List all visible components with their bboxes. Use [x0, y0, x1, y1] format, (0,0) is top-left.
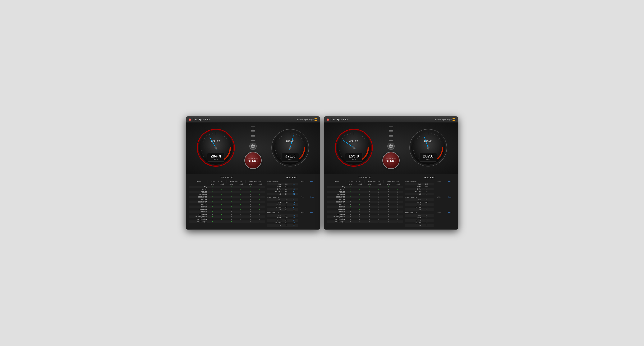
how-fast-read-value [431, 222, 434, 224]
check-cell: ✓ [255, 208, 265, 210]
title-bar: Disk Speed TestBlackmagicdesign [324, 117, 458, 123]
how-fast-write-value: 209 [282, 201, 290, 203]
check-cell: ✗ [374, 203, 384, 205]
how-fast-format-label: HD 720 [266, 188, 282, 190]
how-fast-row: 2K1520 [266, 224, 317, 227]
will-it-work-title: Will it Work? [327, 176, 403, 179]
check-cell: ✗ [364, 195, 374, 198]
check-cell: ✓ [226, 188, 236, 191]
check-cell: ✗ [346, 215, 355, 218]
how-fast-row: PAL117156 [266, 214, 317, 217]
col-group-header: 10 Bit YUV 4:2:2 [208, 180, 226, 183]
check-cell: ✗ [384, 188, 393, 191]
speed-test-label: SPEED TEST [248, 158, 258, 160]
col-group-header: 10 Bit RGB 4:4:4 [364, 180, 384, 183]
gear-icon[interactable] [387, 143, 395, 150]
how-fast-section-header: 12 Bit RGB 4:4:4WriteRead [266, 211, 317, 214]
check-cell: ✗ [355, 220, 364, 223]
gear-icon[interactable] [249, 143, 257, 150]
format-label: 1080p50 [189, 210, 208, 213]
how-fast-read-value: 158 [290, 188, 298, 190]
write-display: 284.4MB/s [207, 153, 224, 162]
format-label: 720p59.94 [189, 193, 208, 195]
check-cell: ✓ [208, 188, 217, 191]
gauges-section: WRITE284.4MB/s SPEED TESTSTARTREAD371.3M… [186, 123, 320, 174]
check-cell: ✗ [384, 213, 393, 215]
check-cell: ✗ [374, 195, 384, 198]
col-subheader: Read [217, 183, 226, 186]
how-fast-row: HD 7205370 [266, 219, 317, 222]
how-fast-row: 2K2330 [266, 208, 317, 211]
check-cell: ✗ [384, 215, 393, 218]
check-cell: ✓ [255, 193, 265, 195]
check-cell: ✓ [246, 186, 255, 188]
close-button[interactable] [189, 119, 191, 121]
check-cell: ✗ [364, 198, 374, 200]
check-cell: ✗ [393, 208, 403, 210]
col-group-header: 12 Bit RGB 4:4:4 [384, 180, 403, 183]
how-fast-section: How Fast?10 Bit YUV 4:2:2WriteReadPAL146… [404, 176, 455, 227]
window-left: Disk Speed TestBlackmagicdesignWRITE284.… [186, 116, 320, 230]
check-cell: ✓ [355, 191, 364, 193]
check-cell: ✗ [364, 215, 374, 218]
start-button[interactable]: SPEED TESTSTART [382, 152, 400, 169]
table-row: 1080p59.94✗✓✗✗✗✗ [189, 213, 265, 215]
how-fast-row: PAL176234 [266, 198, 317, 201]
check-cell: ✓ [236, 191, 246, 193]
how-fast-row: 2K3445 [266, 193, 317, 195]
format-label: 2K 1556@23.98 [327, 215, 346, 218]
check-cell: ✗ [384, 198, 393, 200]
check-cell: ✓ [393, 188, 403, 191]
how-fast-read-value: 278 [290, 201, 298, 203]
format-header: Format [189, 180, 208, 183]
write-col-header: Write [434, 211, 444, 214]
how-fast-row: 2K12 [404, 208, 455, 211]
check-cell: ✓ [208, 205, 217, 208]
check-cell: ✓ [236, 198, 246, 200]
window-title: Disk Speed Test [192, 118, 212, 121]
col-subheader: Read [355, 183, 364, 186]
check-cell: ✗ [208, 213, 217, 215]
how-fast-write-value: 53 [282, 219, 290, 222]
settings-square[interactable] [251, 132, 255, 136]
check-cell: ✗ [355, 218, 364, 220]
check-cell: ✗ [364, 200, 374, 203]
check-cell: ✗ [346, 220, 355, 223]
check-cell: ✓ [236, 186, 246, 188]
settings-square[interactable] [251, 137, 255, 141]
check-cell: ✓ [217, 213, 226, 215]
check-cell: ✓ [208, 208, 217, 210]
how-fast-write-value: 12 [422, 208, 431, 211]
check-cell: ✓ [255, 198, 265, 200]
format-header: Format [327, 180, 346, 183]
check-cell: ✓ [346, 195, 355, 198]
how-fast-format-label: PAL [266, 183, 282, 185]
how-fast-section-header: 10 Bit RGB 4:4:4WriteRead [266, 195, 317, 199]
check-cell: ✓ [217, 210, 226, 213]
how-fast-format-label: 2K [404, 208, 422, 211]
col-subheader: Write [246, 183, 255, 186]
how-fast-write-value: 77 [422, 217, 431, 219]
table-row: 1080p50✓✓✗✗✗✗ [189, 210, 265, 213]
close-button[interactable] [327, 119, 329, 121]
check-cell: ✗ [236, 218, 246, 220]
check-cell: ✗ [384, 208, 393, 210]
how-fast-row: HD 108029 [404, 190, 455, 193]
how-fast-write-value: 79 [282, 203, 290, 206]
check-cell: ✗ [374, 200, 384, 203]
format-label: 1080p30 [189, 203, 208, 205]
settings-square[interactable] [251, 127, 255, 131]
how-fast-title: How Fast? [404, 176, 455, 179]
settings-square[interactable] [389, 137, 393, 141]
how-fast-section-header: 12 Bit RGB 4:4:4WriteRead [404, 211, 455, 214]
settings-square[interactable] [389, 127, 393, 131]
check-cell: ✓ [346, 193, 355, 195]
start-button[interactable]: SPEED TESTSTART [244, 152, 262, 169]
write-col-header: Write [298, 195, 307, 199]
start-label: START [386, 160, 396, 163]
check-cell: ✓ [226, 191, 236, 193]
how-fast-write-value: 15 [282, 224, 290, 227]
how-fast-row: 2K8 [404, 224, 455, 227]
settings-square[interactable] [389, 132, 393, 136]
format-label: 1080p29.97 [327, 200, 346, 203]
